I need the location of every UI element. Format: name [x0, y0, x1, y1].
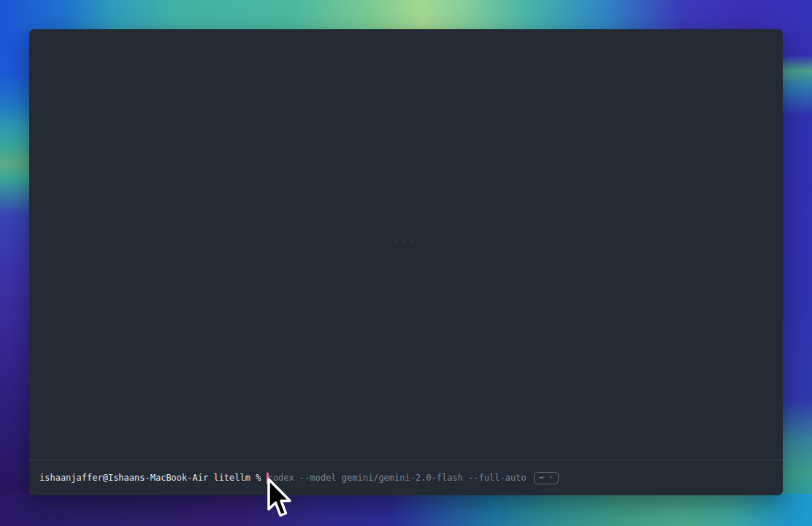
wallpaper-right-strip	[778, 0, 812, 526]
autosuggestion-text: codex --model gemini/gemini-2.0-flash --…	[268, 472, 526, 484]
shell-prompt: ishaanjaffer@Ishaans-MacBook-Air litellm…	[39, 472, 267, 484]
wallpaper-bottom-strip	[0, 494, 812, 526]
loading-dots: ···	[394, 237, 418, 246]
terminal-output-area: ···	[29, 29, 783, 460]
tab-hint-badge: → ·	[534, 472, 559, 484]
command-line[interactable]: ishaanjaffer@Ishaans-MacBook-Air litellm…	[29, 460, 783, 495]
terminal-window[interactable]: ··· ishaanjaffer@Ishaans-MacBook-Air lit…	[29, 29, 783, 495]
wallpaper-top-strip	[0, 0, 812, 31]
